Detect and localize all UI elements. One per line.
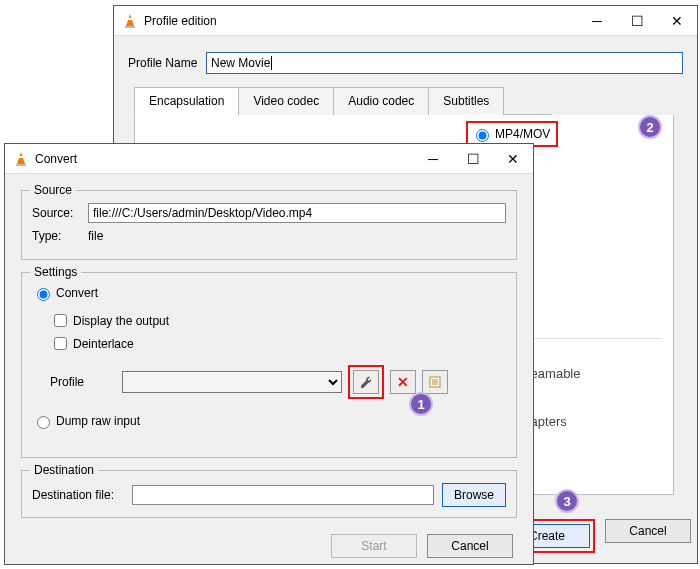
tab-video-codec[interactable]: Video codec [238,87,334,115]
checkbox-display-output-label: Display the output [73,314,169,328]
tabs: Encapsulation Video codec Audio codec Su… [134,86,552,115]
type-label: Type: [32,229,88,243]
window-title: Convert [35,152,413,166]
vlc-icon [122,13,138,29]
tab-encapsulation[interactable]: Encapsulation [134,87,239,115]
close-button[interactable]: ✕ [657,6,697,36]
delete-profile-button[interactable]: ✕ [390,370,416,394]
destination-group: Destination Destination file: Browse [21,470,517,518]
titlebar[interactable]: Convert ─ ☐ ✕ [5,144,533,174]
cancel-button[interactable]: Cancel [605,519,691,543]
convert-window: Convert ─ ☐ ✕ Source Source: Type: file … [4,143,534,565]
dest-file-label: Destination file: [32,488,132,502]
profile-name-label: Profile Name [128,56,206,70]
profile-select[interactable] [122,371,342,393]
source-legend: Source [30,183,76,197]
checkbox-deinterlace[interactable] [54,337,67,350]
svg-rect-1 [128,18,133,20]
dialog-buttons: Start Cancel [19,530,519,560]
new-profile-button[interactable] [422,370,448,394]
profile-name-value: New Movie [211,56,270,70]
checkbox-display-output[interactable] [54,314,67,327]
start-button[interactable]: Start [331,534,417,558]
maximize-button[interactable]: ☐ [453,144,493,174]
svg-rect-6 [19,156,24,158]
cancel-button[interactable]: Cancel [427,534,513,558]
tab-subtitles[interactable]: Subtitles [428,87,504,115]
tab-audio-codec[interactable]: Audio codec [333,87,429,115]
source-group: Source Source: Type: file [21,190,517,260]
settings-group: Settings Convert Display the output Dein… [21,272,517,458]
checkbox-deinterlace-label: Deinterlace [73,337,134,351]
titlebar[interactable]: Profile edition ─ ☐ ✕ [114,6,697,36]
type-value: file [88,229,103,243]
destination-legend: Destination [30,463,98,477]
radio-dump-raw[interactable] [37,416,50,429]
maximize-button[interactable]: ☐ [617,6,657,36]
callout-badge-3: 3 [555,489,579,513]
settings-legend: Settings [30,265,81,279]
callout-badge-1: 1 [409,392,433,416]
source-input[interactable] [88,203,506,223]
close-button[interactable]: ✕ [493,144,533,174]
source-label: Source: [32,206,88,220]
profile-label: Profile [50,375,122,389]
text-cursor [271,56,272,70]
window-title: Profile edition [144,14,577,28]
svg-rect-2 [125,26,135,28]
callout-badge-2: 2 [638,115,662,139]
new-profile-icon [428,375,442,389]
profile-name-input[interactable]: New Movie [206,52,683,74]
browse-button[interactable]: Browse [442,483,506,507]
edit-profile-button[interactable] [353,370,379,394]
radio-convert[interactable] [37,288,50,301]
delete-icon: ✕ [397,374,409,390]
radio-convert-label: Convert [56,286,98,300]
dest-file-input[interactable] [132,485,434,505]
highlight-edit-profile [348,365,384,399]
svg-rect-7 [16,164,26,166]
minimize-button[interactable]: ─ [577,6,617,36]
radio-mp4mov-label: MP4/MOV [495,127,550,141]
radio-dump-raw-label: Dump raw input [56,414,140,428]
wrench-icon [359,375,373,389]
vlc-icon [13,151,29,167]
minimize-button[interactable]: ─ [413,144,453,174]
radio-mp4mov[interactable] [476,129,489,142]
